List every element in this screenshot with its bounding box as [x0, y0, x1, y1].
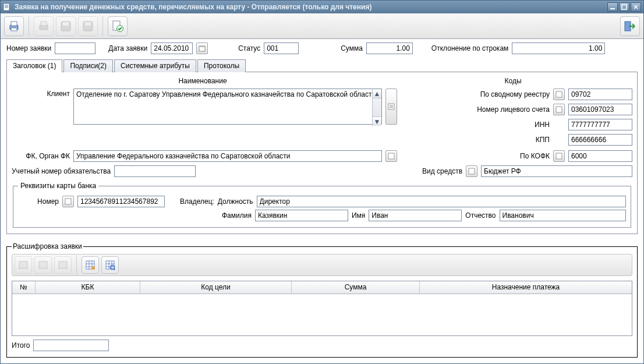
status-input[interactable]: [264, 43, 299, 54]
svg-rect-11: [85, 22, 91, 26]
name-input[interactable]: [369, 210, 462, 221]
lits-input[interactable]: [568, 104, 632, 115]
svg-rect-7: [41, 22, 47, 26]
svg-rect-0: [3, 3, 9, 10]
calendar-icon[interactable]: [196, 43, 208, 54]
col-kbk[interactable]: КБК: [36, 281, 140, 294]
delete-row-button: [54, 256, 72, 274]
inn-input[interactable]: [568, 119, 632, 130]
grid-settings-button[interactable]: [82, 256, 99, 274]
detail-legend: Расшифровка заявки: [12, 242, 83, 250]
request-number-input[interactable]: [55, 43, 95, 54]
add-row-button: [15, 256, 32, 274]
client-textarea[interactable]: [73, 89, 382, 125]
table-header[interactable]: № КБК Код цели Сумма Назначение платежа: [12, 281, 632, 294]
col-sum[interactable]: Сумма: [292, 281, 420, 294]
card-num-lookup-icon[interactable]: [62, 196, 74, 207]
kpp-input[interactable]: [568, 134, 632, 146]
svg-rect-25: [39, 261, 47, 268]
sum-input[interactable]: [366, 43, 413, 54]
client-label: Клиент: [12, 89, 70, 98]
svg-rect-1: [610, 8, 615, 9]
fam-input[interactable]: [255, 210, 348, 221]
close-button[interactable]: [631, 2, 641, 12]
exit-button[interactable]: [620, 16, 640, 36]
request-date-input[interactable]: [151, 43, 193, 54]
tab-signatures[interactable]: Подписи(2): [63, 59, 113, 72]
card-num-label: Номер: [18, 197, 59, 206]
total-label: Итого: [12, 341, 30, 349]
deviation-label: Отклонение по строкам: [431, 44, 508, 52]
section-headers: Наименование Коды: [12, 76, 632, 89]
grid-search-button[interactable]: [101, 256, 119, 274]
document-icon: [3, 3, 11, 11]
svg-rect-23: [65, 199, 71, 204]
save2-button: [78, 16, 98, 36]
maximize-button[interactable]: [619, 2, 629, 12]
reestr-label: По сводному реестру: [480, 90, 550, 98]
deviation-input[interactable]: [512, 43, 605, 54]
client-lookup-button[interactable]: [385, 89, 397, 125]
vid-input[interactable]: [481, 165, 632, 177]
card-num-input[interactable]: [77, 196, 165, 207]
window-buttons: [607, 2, 641, 12]
save-button: [56, 16, 76, 36]
col-purpose[interactable]: Назначение платежа: [420, 281, 632, 294]
pos-input[interactable]: [257, 196, 626, 207]
scroll-up-icon[interactable]: ▲: [373, 89, 381, 98]
tab-header[interactable]: Заголовок (1): [6, 59, 62, 72]
col-num[interactable]: №: [12, 281, 36, 294]
client-row: Клиент ▲ ▼ По сводному реестру: [12, 89, 632, 146]
svg-point-28: [91, 266, 95, 270]
fk-lookup-icon[interactable]: [385, 150, 397, 162]
reestr-input[interactable]: [568, 89, 632, 100]
vid-label: Вид средств: [422, 167, 462, 175]
window-title: Заявка на получение денежных средств, пе…: [15, 3, 607, 11]
scrollbar: ▲ ▼: [372, 89, 381, 126]
app-window: Заявка на получение денежных средств, пе…: [0, 0, 644, 364]
fam-label: Фамилия: [222, 211, 252, 220]
kofk-lookup-icon[interactable]: [553, 150, 565, 162]
fk-label: ФК, Орган ФК: [12, 152, 70, 160]
fk-row: ФК, Орган ФК По КОФК: [12, 150, 632, 162]
svg-rect-22: [469, 168, 475, 174]
svg-rect-24: [19, 261, 27, 268]
uch-label: Учетный номер обязательства: [12, 167, 111, 175]
minimize-button[interactable]: [607, 2, 618, 12]
svg-rect-16: [199, 46, 205, 47]
uch-input[interactable]: [114, 165, 196, 177]
kofk-input[interactable]: [568, 150, 632, 162]
scroll-down-icon[interactable]: ▼: [373, 116, 381, 126]
total-row: Итого: [12, 340, 632, 351]
col-code[interactable]: Код цели: [140, 281, 292, 294]
svg-rect-18: [556, 91, 562, 97]
titlebar: Заявка на получение денежных средств, пе…: [1, 1, 643, 13]
name-header: Наименование: [12, 76, 394, 89]
toolbar-separator: [29, 16, 29, 36]
table-body[interactable]: [12, 294, 632, 335]
header-row: Номер заявки Дата заявки Статус Сумма От…: [6, 43, 638, 54]
total-input[interactable]: [33, 340, 109, 351]
otch-label: Отчество: [465, 211, 496, 220]
svg-rect-5: [11, 28, 17, 31]
vid-lookup-icon[interactable]: [466, 165, 477, 177]
tab-system-attrs[interactable]: Системные атрибуты: [114, 59, 196, 72]
print2-button: [34, 16, 54, 36]
svg-rect-4: [11, 22, 17, 26]
owner-label: Владелец:: [180, 197, 214, 206]
request-number-label: Номер заявки: [6, 44, 51, 52]
kpp-label: КПП: [536, 136, 550, 144]
scroll-track[interactable]: [373, 98, 381, 116]
detail-fieldset: Расшифровка заявки № КБК Код цели Сумма …: [6, 242, 638, 358]
approve-button[interactable]: [108, 16, 128, 36]
tabs: Заголовок (1) Подписи(2) Системные атриб…: [6, 59, 638, 72]
tab-panel: Наименование Коды Клиент ▲ ▼ По сводном: [6, 72, 638, 234]
print-button[interactable]: [4, 16, 24, 36]
reestr-lookup-icon[interactable]: [553, 89, 565, 100]
sum-label: Сумма: [341, 44, 363, 52]
fk-input[interactable]: [73, 150, 382, 162]
lits-lookup-icon[interactable]: [553, 104, 565, 115]
tab-protocols[interactable]: Протоколы: [197, 59, 246, 72]
otch-input[interactable]: [500, 210, 627, 221]
svg-rect-20: [388, 153, 394, 159]
